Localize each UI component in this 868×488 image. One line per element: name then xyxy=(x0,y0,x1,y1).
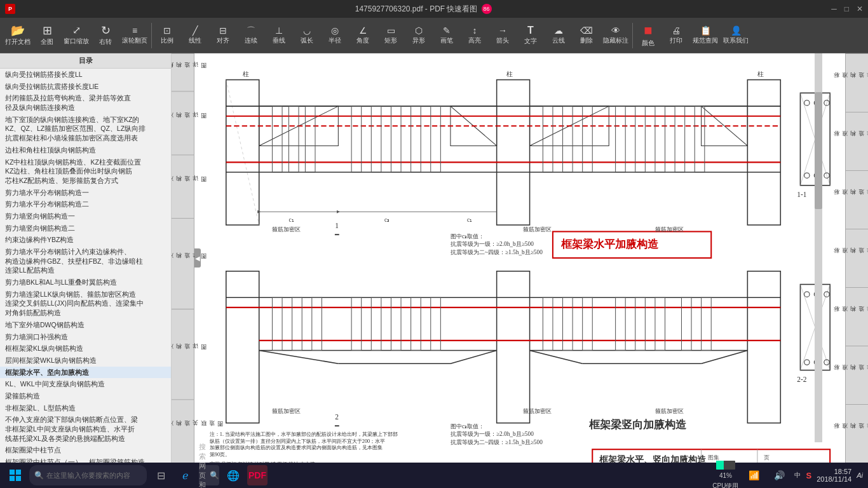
connect-button[interactable]: ⌒ 连续 xyxy=(237,20,265,51)
draw-button[interactable]: ✎ 画笔 xyxy=(433,20,461,51)
maximize-icon[interactable]: □ xyxy=(844,4,849,13)
taskbar: 🔍 ⊟ ℯ 搜索网页和文件 🔍 🌐 PDF 41% CPU使用 📶 🔊 中 xyxy=(0,463,868,488)
fit-window-button[interactable]: ⤢ 窗口缩放 xyxy=(61,20,92,51)
sidebar-item-2[interactable]: 封闭箍筋及拉筋弯钩构造、梁并筋等效直径及纵向钢筋连接构造 xyxy=(0,92,171,113)
print-icon: 🖨 xyxy=(672,26,681,35)
delete-button[interactable]: ⌫ 删除 xyxy=(573,20,600,51)
shape-button[interactable]: ⬡ 异形 xyxy=(405,20,433,51)
ie-button[interactable]: ℯ xyxy=(175,465,195,485)
right-label-1[interactable]: 标准构造详图 xyxy=(846,112,868,170)
search-web-button[interactable]: 搜索网页和文件 🔍 xyxy=(199,465,219,485)
angle-button[interactable]: ∠ 角度 xyxy=(349,20,377,51)
browser2-button[interactable]: 🌐 xyxy=(223,465,243,485)
close-icon[interactable]: ✕ xyxy=(857,4,863,13)
svg-text:图集: 图集 xyxy=(708,454,719,461)
svg-text:纵筋（仅设置第一排）直径分别同梁内上下纵筋，水平间距不宜大于: 纵筋（仅设置第一排）直径分别同梁内上下纵筋，水平间距不宜大于200；水平 xyxy=(210,438,385,444)
right-label-6[interactable]: 标准构造详图 xyxy=(846,404,868,463)
cloud-button[interactable]: ☁ 云线 xyxy=(545,20,573,51)
sidebar-item-12[interactable]: 剪力墙BKL和AL与LL重叠时翼筋构造 xyxy=(0,276,171,288)
sidebar-item-8[interactable]: 剪力墙竖向钢筋构造一 xyxy=(0,210,171,222)
arrow-button[interactable]: → 箭头 xyxy=(489,20,517,51)
windows-start-button[interactable] xyxy=(5,465,25,485)
right-label-0[interactable]: 标准构造详图 xyxy=(846,53,868,112)
sidebar-item-22[interactable]: 不伸入支座的梁下部纵向钢筋断点位置、梁非框架梁L中间支座纵向钢筋构造、水平折线基… xyxy=(0,414,171,444)
sidebar-item-4[interactable]: 边柱和角柱柱顶纵向钢筋构造 xyxy=(0,144,171,156)
align-button[interactable]: ⊟ 对齐 xyxy=(209,20,237,51)
sidebar-item-17[interactable]: 层间框架梁WKL纵向钢筋构造 xyxy=(0,355,171,367)
contact-button[interactable]: 👤 联系我们 xyxy=(721,20,751,51)
collapse-icon: ◀ xyxy=(195,255,200,262)
task-view-icon: ⊟ xyxy=(157,470,165,482)
check-button[interactable]: 📋 规范查阅 xyxy=(690,20,721,51)
plumb-button[interactable]: ⊥ 垂线 xyxy=(265,20,293,51)
window-controls[interactable]: ─ □ ✕ xyxy=(831,4,863,13)
radius-button[interactable]: ◎ 半径 xyxy=(321,20,349,51)
task-view-button[interactable]: ⊟ xyxy=(151,465,171,485)
right-label-4[interactable]: 标准构造详图 xyxy=(846,287,868,346)
sidebar-item-24[interactable]: 框架圈梁中柱节点（一）、框架圈梁箍筋构造 xyxy=(0,456,171,463)
sidebar-item-15[interactable]: 剪力墙洞口补强构造 xyxy=(0,331,171,343)
vertical-scrollbar[interactable] xyxy=(815,53,822,442)
shape-label: 异形 xyxy=(412,36,425,45)
sidebar-item-7[interactable]: 剪力墙水平分布钢筋构造二 xyxy=(0,198,171,210)
sidebar-item-21[interactable]: 非框架梁L、L型筋构造 xyxy=(0,402,171,414)
right-label-5[interactable]: 标准构造详图 xyxy=(846,346,868,404)
sidebar-item-19[interactable]: KL、WKL中间支座纵向钢筋构造 xyxy=(0,378,171,390)
sidebar-item-6[interactable]: 剪力墙水平分布钢筋构造一 xyxy=(0,187,171,199)
line-button[interactable]: ╱ 线性 xyxy=(181,20,209,51)
left-label-0[interactable]: 一般构造详图 xyxy=(172,53,194,91)
search-button[interactable]: 🔍 xyxy=(29,465,147,485)
left-label-strip: 一般构造详图 标准构造详图 标准构造详图 标准构造详图 标准构造详图 楼板标准构… xyxy=(172,53,194,463)
right-label-2[interactable]: 标准构造详图 xyxy=(846,170,868,229)
plumb-label: 垂线 xyxy=(273,36,285,45)
ratio-button[interactable]: ⊡ 比例 xyxy=(153,20,181,51)
search-input[interactable] xyxy=(46,471,142,479)
color-button[interactable]: ■ 颜色 xyxy=(634,20,662,51)
text-label: 文字 xyxy=(524,37,537,46)
ratio-icon: ⊡ xyxy=(163,26,171,35)
sidebar-item-10[interactable]: 约束边缘构件YBZ构造 xyxy=(0,234,171,246)
arc-button[interactable]: ◡ 弧长 xyxy=(293,20,321,51)
sidebar-item-23[interactable]: 框架圈梁中柱节点 xyxy=(0,444,171,456)
left-label-2[interactable]: 标准构造详图 xyxy=(172,154,194,218)
ime-indicator[interactable]: 中 xyxy=(794,471,801,480)
volume-icon[interactable]: 🔊 xyxy=(769,465,789,485)
left-label-4[interactable]: 标准构造详图 xyxy=(172,309,194,399)
svg-text:图中c₃取值：: 图中c₃取值： xyxy=(451,423,484,430)
sidebar-item-16[interactable]: 框框架梁KL纵向钢筋构造 xyxy=(0,342,171,355)
sidebar-item-11[interactable]: 剪力墙水平分布钢筋计入约束边缘构件、构造边缘构件GBZ、扶壁柱FBZ、非边缘暗柱… xyxy=(0,246,171,276)
print-button[interactable]: 🖨 打印 xyxy=(662,20,690,51)
sidebar-item-9[interactable]: 剪力墙竖向钢筋构造二 xyxy=(0,222,171,234)
rect-button[interactable]: ▭ 矩形 xyxy=(377,20,405,51)
left-label-5[interactable]: 楼板标准构造关联造图 xyxy=(172,399,194,463)
sidebar-item-20[interactable]: 梁箍筋构造 xyxy=(0,390,171,402)
sidebar-item-0[interactable]: 纵向受拉钢筋搭接长度LL xyxy=(0,69,171,81)
fit-all-button[interactable]: ⊞ 全图 xyxy=(33,20,61,51)
minimize-icon[interactable]: ─ xyxy=(831,4,837,13)
scroll-button[interactable]: ≡ 滚轮翻页 xyxy=(119,20,150,51)
sidebar-item-13[interactable]: 剪力墙连梁LLK纵向钢筋、箍筋加密区构造连梁交叉斜筋LL(JX)同向配筋构造、连… xyxy=(0,288,171,319)
rotate-button[interactable]: ↻ 右转 xyxy=(92,20,119,51)
sidebar-item-3[interactable]: 地下室顶的纵向钢筋连接构造、地下室KZ的KZ、QZ、LZ箍筋加密区范围、QZ、L… xyxy=(0,114,171,144)
page-badge: 86 xyxy=(482,4,492,14)
sidebar-item-14[interactable]: 地下室外墙DWQ钢筋构造 xyxy=(0,319,171,331)
height-button[interactable]: ↕ 高亮 xyxy=(461,20,489,51)
line-icon: ╱ xyxy=(193,26,198,35)
open-button[interactable]: 📂 打开文档 xyxy=(3,20,33,51)
open-label: 打开文档 xyxy=(5,37,31,46)
sidebar-item-1[interactable]: 纵向受拉钢筋抗震搭接长度LlE xyxy=(0,81,171,93)
left-label-1[interactable]: 标准构造详图 xyxy=(172,91,194,154)
pdf-app-button[interactable]: PDF xyxy=(247,465,268,485)
height-label: 高亮 xyxy=(468,36,481,45)
collapse-sidebar-button[interactable]: ◀ xyxy=(194,248,201,268)
hide-mark-button[interactable]: 👁 隐藏标注 xyxy=(600,20,631,51)
contact-icon: 👤 xyxy=(731,26,742,35)
height-icon: ↕ xyxy=(473,26,477,35)
text-button[interactable]: T 文字 xyxy=(517,20,545,51)
sidebar-item-18[interactable]: 框架梁水平、坚向加腋构造 xyxy=(0,367,171,379)
left-label-3[interactable]: 标准构造详图 xyxy=(172,218,194,308)
scroll-thumb[interactable] xyxy=(815,92,822,209)
sidebar-item-5[interactable]: KZ中柱柱顶纵向钢筋构造、KZ柱变截面位置KZ边柱、角柱柱顶筋叠面伸出时纵向钢筋… xyxy=(0,156,171,187)
right-label-3[interactable]: 标准构造详图 xyxy=(846,229,868,287)
svg-rect-0 xyxy=(207,53,834,463)
